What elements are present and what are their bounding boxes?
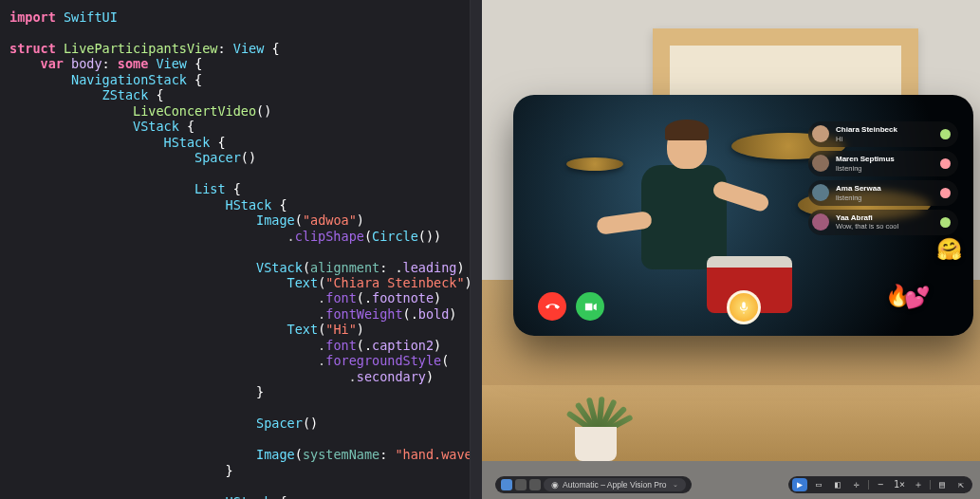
- canvas-selectable-button[interactable]: ▭: [811, 478, 826, 491]
- participant-status: Wow, that is so cool: [836, 222, 934, 231]
- canvas-variants-button[interactable]: ◧: [830, 478, 845, 491]
- participant-status: listening: [836, 194, 934, 202]
- participant-status: Hi: [836, 135, 934, 143]
- participant-row[interactable]: Yaa AbrafiWow, that is so cool: [808, 210, 958, 235]
- canvas-layout-button[interactable]: ▤: [934, 478, 950, 491]
- device-selector[interactable]: ◉ Automatic – Apple Vision Pro ⌄: [544, 478, 686, 491]
- participant-status: listening: [836, 164, 934, 173]
- hangup-button[interactable]: [538, 292, 566, 321]
- participants-list: Chiara SteinbeckHiMaren Septimuslistenin…: [808, 121, 958, 235]
- screenshot-icon[interactable]: [529, 479, 541, 490]
- simulator-toolbar: ◉ Automatic – Apple Vision Pro ⌄: [495, 476, 692, 493]
- call-controls: [538, 292, 604, 321]
- code-editor[interactable]: import SwiftUI struct LiveParticipantsVi…: [0, 0, 482, 499]
- canvas-zoom-in-button[interactable]: ＋: [911, 478, 926, 491]
- mic-off-icon: [940, 188, 951, 198]
- participant-name: Chiara Steinbeck: [836, 125, 934, 135]
- avatar: [812, 213, 829, 231]
- tv-stand: [482, 385, 980, 471]
- swiftui-preview: Chiara SteinbeckHiMaren Septimuslistenin…: [482, 0, 980, 499]
- device-label: Automatic – Apple Vision Pro: [563, 480, 666, 490]
- participant-name: Yaa Abrafi: [836, 213, 934, 223]
- canvas-pin-button[interactable]: ✛: [849, 478, 864, 491]
- avatar: [812, 184, 829, 201]
- plant: [558, 376, 634, 461]
- hand-wave-icon: [940, 129, 951, 139]
- vision-pro-icon: ◉: [551, 480, 559, 490]
- participant-row[interactable]: Maren Septimuslistening: [808, 151, 958, 176]
- code-content: import SwiftUI struct LiveParticipantsVi…: [9, 9, 472, 499]
- participant-name: Maren Septimus: [836, 155, 934, 164]
- participant-row[interactable]: Chiara SteinbeckHi: [808, 121, 958, 147]
- video-button[interactable]: [576, 292, 604, 321]
- avatar: [812, 155, 829, 172]
- canvas-export-button[interactable]: ⇱: [953, 478, 969, 491]
- canvas-live-button[interactable]: ▶: [792, 478, 807, 491]
- hand-wave-icon: [940, 217, 951, 228]
- participant-name: Ama Serwaa: [836, 184, 934, 194]
- reaction-emoji: 🤗: [936, 237, 962, 263]
- microphone-button[interactable]: [727, 290, 761, 324]
- cymbal: [566, 157, 623, 171]
- canvas-zoom-100-button[interactable]: 1×: [892, 478, 907, 491]
- avatar: [812, 125, 829, 142]
- chevron-down-icon: ⌄: [673, 481, 678, 490]
- run-icon[interactable]: [501, 479, 512, 490]
- canvas-toolbar: ▶▭◧✛−1×＋▤⇱: [788, 476, 972, 493]
- reaction-emoji: 💕: [904, 286, 930, 311]
- live-video-window[interactable]: Chiara SteinbeckHiMaren Septimuslistenin…: [513, 95, 973, 336]
- canvas-zoom-out-button[interactable]: −: [873, 478, 888, 491]
- participant-row[interactable]: Ama Serwaalistening: [808, 180, 958, 206]
- stop-icon[interactable]: [515, 479, 527, 490]
- mic-off-icon: [940, 158, 951, 169]
